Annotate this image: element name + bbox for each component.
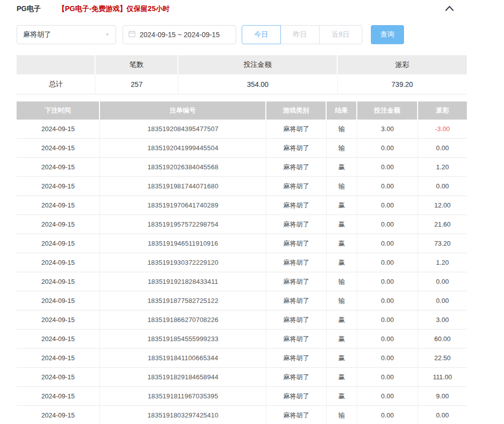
col-header-payout: 派彩: [418, 101, 467, 120]
date-range-value: 2024-09-15 ~ 2024-09-15: [140, 31, 220, 39]
cell-game: 麻将胡了: [266, 158, 327, 177]
date-range-input[interactable]: 2024-09-15 ~ 2024-09-15: [123, 25, 236, 44]
summary-total-row: 总计 257 354.00 739.20: [17, 74, 467, 94]
table-row: 2024-09-15 1835191803297425410 麻将胡了 输 0.…: [17, 406, 467, 424]
cell-date: 2024-09-15: [17, 196, 100, 215]
cell-payout: 22.50: [418, 349, 467, 368]
cell-bet-id: 1835191946511910916: [100, 234, 266, 253]
cell-date: 2024-09-15: [17, 291, 100, 310]
cell-result: 赢: [327, 234, 357, 253]
table-row: 2024-09-15 1835191877582725122 麻将胡了 输 0.…: [17, 291, 467, 310]
table-row: 2024-09-15 1835191854555999233 麻将胡了 赢 0.…: [17, 330, 467, 349]
cell-bet-id: 1835191957572298754: [100, 215, 266, 234]
summary-header-blank: [17, 55, 95, 74]
cell-bet-amount: 0.00: [357, 272, 418, 291]
cell-result: 赢: [327, 387, 357, 406]
table-row: 2024-09-15 1835191946511910916 麻将胡了 赢 0.…: [17, 234, 467, 253]
table-row: 2024-09-15 1835191829184658944 麻将胡了 赢 0.…: [17, 368, 467, 387]
table-row: 2024-09-15 1835192041999445504 麻将胡了 输 0.…: [17, 139, 467, 158]
summary-total-bet-amount: 354.00: [178, 74, 338, 94]
cell-bet-amount: 0.00: [357, 196, 418, 215]
bet-table-header-row: 下注时间 注单编号 游戏类别 结果 投注金额 派彩: [17, 101, 467, 120]
today-button[interactable]: 今日: [242, 25, 281, 44]
last-8-days-button[interactable]: 近8日: [319, 25, 362, 44]
table-row: 2024-09-15 1835191921828433411 麻将胡了 输 0.…: [17, 272, 467, 291]
cell-game: 麻将胡了: [266, 310, 327, 330]
cell-game: 麻将胡了: [266, 234, 327, 253]
cell-bet-id: 1835191981744071680: [100, 177, 266, 196]
page: PG电子 【PG电子-免费游戏】仅保留25小时 麻将胡了 ▼ 2024-09-1…: [0, 0, 504, 424]
cell-game: 麻将胡了: [266, 406, 327, 424]
game-select[interactable]: 麻将胡了 ▼: [17, 25, 116, 44]
cell-payout: 0.00: [418, 272, 467, 291]
cell-game: 麻将胡了: [266, 177, 327, 196]
cell-payout: 0.00: [418, 406, 467, 424]
cell-bet-amount: 0.00: [357, 406, 418, 424]
cell-result: 赢: [327, 310, 357, 330]
cell-bet-id: 1835191866270708226: [100, 310, 266, 330]
cell-result: 输: [327, 406, 357, 424]
cell-date: 2024-09-15: [17, 387, 100, 406]
cell-payout: 3.00: [418, 310, 467, 330]
summary-header-count: 笔数: [95, 55, 178, 74]
cell-date: 2024-09-15: [17, 139, 100, 158]
table-row: 2024-09-15 1835191981744071680 麻将胡了 输 0.…: [17, 177, 467, 196]
bet-records-table: 下注时间 注单编号 游戏类别 结果 投注金额 派彩 2024-09-15 183…: [17, 101, 467, 424]
cell-result: 赢: [327, 253, 357, 272]
cell-payout: 111.00: [418, 368, 467, 387]
table-row: 2024-09-15 1835191957572298754 麻将胡了 赢 0.…: [17, 215, 467, 234]
cell-payout: 73.20: [418, 234, 467, 253]
cell-bet-id: 1835191854555999233: [100, 330, 266, 349]
cell-bet-id: 1835191921828433411: [100, 272, 266, 291]
cell-bet-amount: 0.00: [357, 139, 418, 158]
cell-payout: 0.00: [418, 139, 467, 158]
cell-date: 2024-09-15: [17, 158, 100, 177]
cell-bet-id: 1835191829184658944: [100, 368, 266, 387]
search-button[interactable]: 查询: [371, 25, 404, 44]
caret-down-icon: ▼: [105, 33, 110, 37]
col-header-bet-amount: 投注金额: [357, 101, 418, 120]
summary-header-payout: 派彩: [338, 55, 467, 74]
cell-result: 赢: [327, 215, 357, 234]
cell-bet-id: 1835191811967035395: [100, 387, 266, 406]
cell-game: 麻将胡了: [266, 349, 327, 368]
yesterday-button[interactable]: 昨日: [280, 25, 320, 44]
cell-bet-id: 1835192084395477507: [100, 120, 266, 139]
summary-total-payout: 739.20: [338, 74, 467, 94]
cell-result: 输: [327, 272, 357, 291]
cell-game: 麻将胡了: [266, 196, 327, 215]
page-title: PG电子: [17, 5, 41, 14]
cell-result: 赢: [327, 196, 357, 215]
cell-game: 麻将胡了: [266, 387, 327, 406]
col-header-game-type: 游戏类别: [266, 101, 327, 120]
col-header-bet-id: 注单编号: [100, 101, 266, 120]
cell-date: 2024-09-15: [17, 253, 100, 272]
cell-date: 2024-09-15: [17, 120, 100, 139]
cell-payout: 1.20: [418, 253, 467, 272]
cell-result: 输: [327, 177, 357, 196]
cell-payout: 0.00: [418, 177, 467, 196]
notice-text: 【PG电子-免费游戏】仅保留25小时: [58, 5, 169, 14]
cell-game: 麻将胡了: [266, 368, 327, 387]
summary-header-bet-amount: 投注金额: [178, 55, 338, 74]
cell-result: 输: [327, 120, 357, 139]
chevron-up-icon: [445, 5, 454, 14]
summary-total-count: 257: [95, 74, 178, 94]
cell-result: 赢: [327, 330, 357, 349]
collapse-panel-button[interactable]: [445, 5, 454, 14]
cell-bet-amount: 0.00: [357, 234, 418, 253]
cell-game: 麻将胡了: [266, 215, 327, 234]
cell-result: 输: [327, 291, 357, 310]
cell-date: 2024-09-15: [17, 234, 100, 253]
cell-result: 输: [327, 139, 357, 158]
summary-table: 笔数 投注金额 派彩 总计 257 354.00 739.20: [17, 55, 467, 94]
cell-bet-amount: 0.00: [357, 215, 418, 234]
cell-result: 赢: [327, 349, 357, 368]
cell-result: 赢: [327, 158, 357, 177]
cell-game: 麻将胡了: [266, 272, 327, 291]
cell-bet-amount: 0.00: [357, 349, 418, 368]
col-header-result: 结果: [327, 101, 357, 120]
cell-game: 麻将胡了: [266, 330, 327, 349]
cell-payout: 21.60: [418, 215, 467, 234]
cell-date: 2024-09-15: [17, 349, 100, 368]
